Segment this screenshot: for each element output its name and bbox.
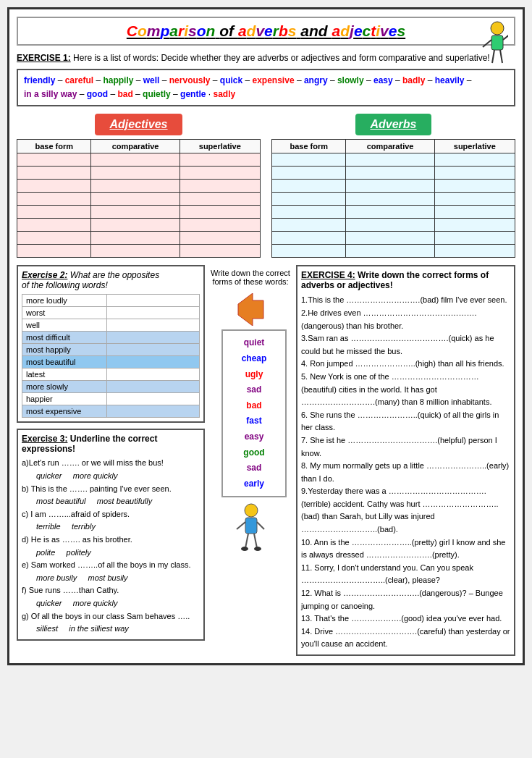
- svg-point-8: [245, 504, 258, 517]
- ex3-item: f) Sue runs ……than Cathy.: [22, 584, 200, 597]
- svg-point-0: [491, 22, 504, 35]
- ex4-item: 8. My mum normally gets up a little ……………: [301, 460, 510, 485]
- exercise4-items: 1.This is the ……………………….(bad) film I've …: [301, 294, 510, 651]
- left-bottom: Exercise 2: What are the oppositesof the…: [17, 265, 205, 656]
- adv-col-comparative: comparative: [346, 140, 434, 153]
- ex3-item: a)Let's run ……. or we will miss the bus!: [22, 457, 200, 470]
- ex3-options: silliest in the silliest way: [22, 623, 200, 636]
- ex4-item: 10. Ann is the …………………..(pretty) girl I …: [301, 536, 510, 562]
- adj-col-base: base form: [17, 140, 91, 153]
- write-down-instruction: Write down the correct forms of these wo…: [211, 269, 290, 286]
- table-row: more slowly: [22, 381, 200, 393]
- ex3-item: d) He is as ……. as his brother.: [22, 534, 200, 547]
- table-row: [17, 232, 261, 245]
- ex4-item: 5. New York is one of the ……………………………(be…: [301, 371, 510, 409]
- table-row: [17, 219, 261, 232]
- table-row: most difficult: [22, 332, 200, 344]
- exercise1-block: EXERCISE 1: Here is a list of words: Dec…: [17, 53, 515, 63]
- exercise3-box: Exercise 3: Underline the correct expres…: [17, 429, 205, 640]
- table-row: [272, 153, 515, 167]
- table-row: [272, 180, 515, 193]
- exercise2-title: Exercise 2: What are the oppositesof the…: [22, 270, 200, 290]
- svg-line-11: [257, 522, 264, 529]
- ex3-item: c) I am ……...afraid of spiders.: [22, 508, 200, 521]
- table-row: worst: [22, 307, 200, 319]
- exercise4-content-box: EXERCISE 4: Write down the correct forms…: [296, 265, 515, 656]
- bottom-section: Exercise 2: What are the oppositesof the…: [17, 265, 515, 656]
- table-row: most beautiful: [22, 356, 200, 369]
- ex4-item: 6. She runs the …………………..(quick) of all …: [301, 409, 510, 434]
- ex4-item: 14. Drive ………………………….(careful) than yest…: [301, 626, 510, 651]
- adverbs-label: Adverbs: [355, 114, 431, 135]
- ex3-item: e) Sam worked ……..of all the boys in my …: [22, 559, 200, 572]
- svg-rect-1: [491, 35, 503, 50]
- svg-line-3: [503, 34, 508, 40]
- svg-line-13: [254, 534, 257, 548]
- exercise2-table: more loudly worst well most difficult mo…: [22, 294, 200, 418]
- ex3-options: polite politely: [22, 547, 200, 560]
- ex4-item: 2.He drives even …………………………………….(dangero…: [301, 307, 510, 332]
- svg-line-10: [237, 522, 245, 529]
- table-row: [272, 245, 515, 258]
- table-row: [272, 167, 515, 180]
- ex4-item: 1.This is the ……………………….(bad) film I've …: [301, 294, 510, 307]
- exercise3-content: a)Let's run ……. or we will miss the bus!…: [22, 457, 200, 635]
- exercise3-title: Exercise 3: Underline the correct expres…: [22, 434, 200, 454]
- svg-line-4: [492, 50, 494, 63]
- adj-col-superlative: superlative: [180, 140, 260, 153]
- svg-line-5: [500, 50, 502, 63]
- svg-marker-7: [238, 293, 263, 326]
- adjectives-section: Adjectives base form comparative superla…: [17, 114, 261, 258]
- ex3-options: terrible terribly: [22, 521, 200, 534]
- exercise4-box: EXERCISE 4: Write down the correct forms…: [296, 265, 515, 656]
- adv-col-superlative: superlative: [434, 140, 515, 153]
- ex3-item: b) This is the ……. painting I've ever se…: [22, 483, 200, 496]
- adverbs-section: Adverbs base form comparative superlativ…: [271, 114, 515, 258]
- character-figure: [468, 20, 508, 67]
- exercise1-label: EXERCISE 1:: [17, 53, 71, 63]
- ex4-item: 11. Sorry, I don't understand you. Can y…: [301, 562, 510, 587]
- table-row: [272, 219, 515, 232]
- ex4-item: 13. That's the ……………….(good) idea you've…: [301, 612, 510, 626]
- ex3-options: quicker more quickly: [22, 597, 200, 610]
- adjectives-table: base form comparative superlative: [17, 139, 261, 258]
- table-row: most happily: [22, 344, 200, 356]
- exercise2-label: Exercise 2: What are the oppositesof the…: [22, 270, 159, 290]
- svg-point-14: [241, 547, 248, 551]
- ex4-item: 7. She ist he …………………………….(helpful) pers…: [301, 434, 510, 460]
- svg-line-12: [245, 534, 248, 548]
- ex3-options: more busily most busily: [22, 572, 200, 585]
- table-row: [17, 180, 261, 193]
- adj-col-comparative: comparative: [91, 140, 180, 153]
- table-row: [17, 153, 261, 167]
- table-row: most expensive: [22, 405, 200, 418]
- ex4-item: 9.Yesterday there was a ……………………………….(te…: [301, 485, 510, 536]
- middle-bottom: Write down the correct forms of these wo…: [211, 265, 290, 656]
- adv-col-base: base form: [272, 140, 346, 153]
- ex3-options: quicker more quickly: [22, 470, 200, 483]
- exercise1-instruction: Here is a list of words: Decide whether …: [73, 53, 490, 63]
- table-row: latest: [22, 369, 200, 381]
- ex3-item: g) Of all the boys in our class Sam beha…: [22, 610, 200, 623]
- ex4-item: 12. What is ………………………..(dangerous)? – Bu…: [301, 587, 510, 612]
- table-row: well: [22, 319, 200, 332]
- adverbs-table: base form comparative superlative: [271, 139, 515, 258]
- table-row: [17, 193, 261, 206]
- table-row: [17, 167, 261, 180]
- table-row: [272, 206, 515, 219]
- boy-figure-bottom: [231, 503, 271, 557]
- page: Comparison of adverbs and adjectives EXE…: [7, 7, 525, 665]
- page-title: Comparison of adverbs and adjectives: [25, 22, 507, 40]
- ex4-item: 4. Ron jumped …………………..(high) than all h…: [301, 358, 510, 371]
- table-row: [272, 232, 515, 245]
- table-row: [272, 193, 515, 206]
- svg-line-2: [483, 40, 491, 47]
- adjectives-label: Adjectives: [95, 114, 182, 135]
- word-box: quiet cheap ugly sad bad fast easy good …: [221, 329, 287, 497]
- exercise2-box: Exercise 2: What are the oppositesof the…: [17, 265, 205, 423]
- arrow-icon: [235, 293, 267, 326]
- svg-rect-9: [245, 518, 257, 534]
- table-row: more loudly: [22, 295, 200, 307]
- table-row: happier: [22, 393, 200, 405]
- svg-point-15: [254, 547, 261, 551]
